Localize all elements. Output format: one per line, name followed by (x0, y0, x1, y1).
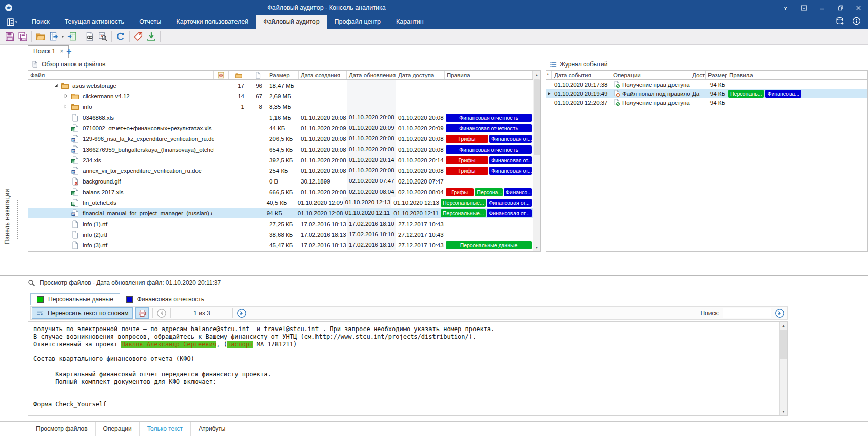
column-event-date[interactable]: Дата события (552, 71, 611, 79)
rules-cell (445, 106, 533, 108)
column-created[interactable]: Дата создания (299, 71, 347, 79)
column-access[interactable]: Доступ (690, 71, 706, 79)
app-menu-button[interactable] (0, 15, 24, 29)
table-row[interactable]: info (3).rtf45,47 КБ17.02.2016 18:1317.0… (28, 240, 533, 250)
splitter-handle[interactable] (17, 200, 18, 239)
legend-tab[interactable]: Финансовая отчетность (120, 293, 210, 305)
info-icon (852, 17, 861, 25)
help-button[interactable]: ? (779, 2, 792, 13)
minimize-button[interactable] (815, 2, 828, 13)
table-row[interactable]: wannex_vii_tor_expenditure_verification_… (28, 165, 533, 176)
legend-tab[interactable]: Персональные данные (30, 293, 120, 305)
about-button[interactable] (852, 17, 861, 27)
table-row[interactable]: info (1).rtf27,25 КБ17.02.2016 18:1317.0… (28, 218, 533, 229)
file-grid-scrollbar[interactable]: ▲ ▼ (533, 71, 540, 251)
preview-tab-2[interactable]: Операции (96, 422, 140, 436)
send-to-grid-button[interactable] (65, 30, 78, 43)
word-wrap-button[interactable]: Переносить текст по словам (32, 307, 133, 319)
preview-text-area: получить по электронной почте – по адрес… (28, 321, 788, 416)
expander-icon[interactable] (64, 104, 71, 110)
search-go-button[interactable] (775, 308, 785, 318)
column-file-count[interactable] (249, 71, 267, 79)
created-cell: 17.02.2016 18:13 (299, 221, 347, 227)
table-row[interactable]: asus webstorage179618,47 МБ (28, 80, 533, 91)
preview-tab-3[interactable]: Только текст (140, 422, 191, 436)
scroll-thumb[interactable] (534, 79, 540, 155)
document-text[interactable]: получить по электронной почте – по адрес… (28, 322, 779, 415)
save-all-button[interactable] (16, 30, 29, 43)
scroll-down-icon[interactable]: ▼ (533, 244, 540, 251)
table-row[interactable]: wfinancial_manual_for_project_manager_(r… (28, 208, 533, 218)
event-row[interactable]: 01.10.2020 20:19:49Файл попал под правил… (546, 89, 867, 98)
add-tab-button[interactable]: + (66, 46, 72, 57)
table-row[interactable]: background.gif0 В30.12.189902.10.2020 07… (28, 176, 533, 187)
table-row[interactable]: 234.xls392,5 КБ01.10.2020 20:0801.10.202… (28, 155, 533, 165)
menu-tab-5[interactable]: Файловый аудитор (256, 15, 327, 29)
column-accessed[interactable]: Дата доступа (396, 71, 445, 79)
toolbar-separator (31, 31, 32, 42)
table-row[interactable]: clickermann v4.1214672,69 МБ (28, 91, 533, 101)
table-row[interactable]: 0710002_отчет+о+финансовых+результатах.x… (28, 123, 533, 133)
menu-tab-1[interactable]: Поиск (24, 15, 57, 29)
table-row[interactable]: info188,35 МБ (28, 101, 533, 112)
previous-page-button[interactable] (156, 308, 167, 318)
open-button[interactable] (34, 30, 47, 43)
find-in-files-button[interactable] (83, 30, 96, 43)
column-event-rules[interactable]: Правила (727, 71, 867, 79)
restore-button[interactable] (834, 2, 847, 13)
tag-button[interactable] (132, 30, 145, 43)
size-cell: 2,69 МБ (267, 93, 299, 99)
preview-scrollbar[interactable]: ▲ ▼ (779, 322, 787, 415)
tab-search-1[interactable]: Поиск 1 × (28, 45, 69, 58)
rule-badge: Финансовая от... (487, 209, 532, 217)
horizontal-divider[interactable] (0, 275, 868, 276)
close-tab-icon[interactable]: × (60, 46, 63, 58)
table-row[interactable]: fin_otchet.xls40,5 КБ01.10.2020 12:0901.… (28, 197, 533, 208)
scroll-thumb[interactable] (780, 330, 787, 359)
updated-cell (347, 101, 396, 112)
expander-icon[interactable] (64, 94, 71, 99)
preview-tab-4[interactable]: Атрибуты (191, 422, 233, 436)
scroll-up-icon[interactable]: ▲ (780, 322, 787, 330)
export-button[interactable] (47, 30, 60, 43)
next-page-button[interactable] (236, 308, 247, 318)
menu-tab-6[interactable]: Профайл центр (327, 15, 388, 29)
save-button[interactable] (3, 30, 16, 43)
column-rules-flag[interactable] (214, 71, 229, 79)
table-row[interactable]: w129-696_nsa_la_kz_expenditure_verificat… (28, 133, 533, 144)
menu-tab-7[interactable]: Карантин (388, 15, 431, 29)
ribbon-toggle-button[interactable] (797, 2, 810, 13)
preview-search-input[interactable] (723, 308, 771, 318)
file-name: 0346868.xls (83, 115, 114, 121)
refresh-button[interactable] (114, 30, 127, 43)
column-folder-count[interactable] (229, 71, 249, 79)
export-database-button[interactable] (836, 17, 844, 27)
column-file[interactable]: Файл (28, 71, 214, 79)
expander-icon[interactable] (54, 83, 61, 88)
table-row[interactable]: w1366276959_buhgalterskaya_(finansovaya)… (28, 144, 533, 155)
scroll-up-icon[interactable]: ▲ (533, 71, 540, 79)
find-location-button[interactable] (96, 30, 109, 43)
column-marker: * (546, 71, 552, 79)
export-button-dropdown[interactable] (60, 30, 65, 43)
download-button[interactable] (145, 30, 158, 43)
table-row[interactable]: balans-2017.xls666,5 КБ01.10.2020 20:080… (28, 187, 533, 197)
column-rules[interactable]: Правила (445, 71, 533, 79)
file-grid: Файл Размер Дата создания Дата обновлени… (28, 70, 541, 252)
rules-cell: Финансовая отчетность (445, 123, 533, 133)
event-row[interactable]: 01.10.2020 20:17:38Получение прав доступ… (546, 80, 867, 89)
preview-tab-1[interactable]: Просмотр файлов (28, 422, 96, 436)
event-row[interactable]: 01.10.2020 12:20:37Получение прав доступ… (546, 98, 867, 107)
menu-tab-2[interactable]: Текущая активность (57, 15, 132, 29)
column-updated[interactable]: Дата обновления (347, 71, 396, 79)
print-button[interactable] (135, 307, 149, 319)
menu-tab-3[interactable]: Отчеты (132, 15, 169, 29)
column-operations[interactable]: Операции (611, 71, 690, 79)
table-row[interactable]: 0346868.xls1,16 МБ01.10.2020 20:0801.10.… (28, 112, 533, 123)
table-row[interactable]: info (2).rtf38,68 КБ17.02.2016 18:1317.0… (28, 229, 533, 240)
scroll-down-icon[interactable]: ▼ (780, 408, 787, 415)
menu-tab-4[interactable]: Карточки пользователей (169, 15, 256, 29)
column-event-size[interactable]: Размер (706, 71, 727, 79)
column-size[interactable]: Размер (267, 71, 299, 79)
close-button[interactable] (852, 2, 865, 13)
